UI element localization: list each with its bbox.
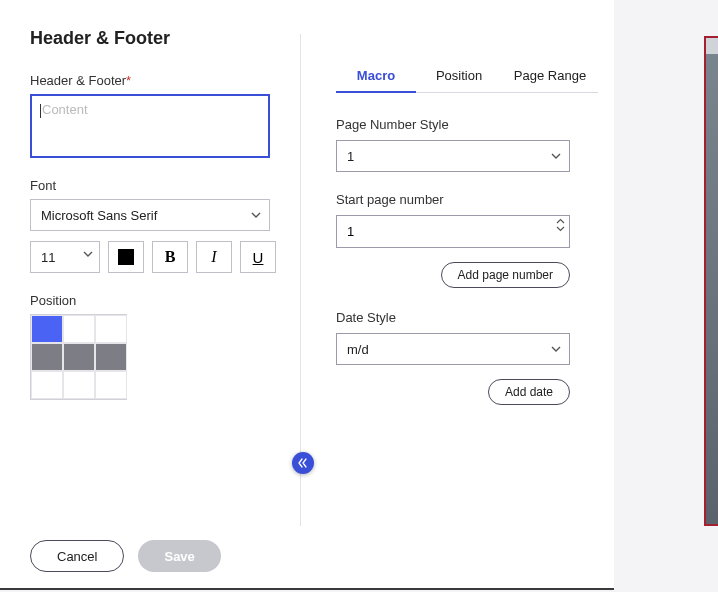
position-grid: [30, 314, 127, 400]
bold-button[interactable]: B: [152, 241, 188, 273]
add-date-button[interactable]: Add date: [488, 379, 570, 405]
save-button[interactable]: Save: [138, 540, 220, 572]
position-middle-right[interactable]: [95, 343, 127, 371]
add-page-number-button[interactable]: Add page number: [441, 262, 570, 288]
position-middle-center[interactable]: [63, 343, 95, 371]
content-label-text: Header & Footer: [30, 73, 126, 88]
font-color-button[interactable]: [108, 241, 144, 273]
page-number-style-value: 1: [347, 149, 354, 164]
chevron-left-icon: [297, 458, 309, 468]
chevron-down-icon: [551, 153, 561, 159]
collapse-handle[interactable]: [292, 452, 314, 474]
bottom-border: [0, 588, 614, 590]
tab-page-range[interactable]: Page Range: [502, 60, 598, 92]
font-size-select[interactable]: 11: [30, 241, 100, 273]
position-bottom-center[interactable]: [63, 371, 95, 399]
position-top-left[interactable]: [31, 315, 63, 343]
font-size-value: 11: [41, 250, 55, 265]
dialog-panel: Header & Footer Header & Footer* Content…: [0, 0, 614, 590]
page-number-style-label: Page Number Style: [336, 117, 598, 132]
dialog-title: Header & Footer: [30, 28, 302, 49]
font-label: Font: [30, 178, 302, 193]
tab-position[interactable]: Position: [416, 60, 502, 92]
spin-down-icon[interactable]: [556, 226, 565, 232]
chevron-down-icon: [551, 346, 561, 352]
footer-buttons: Cancel Save: [30, 540, 221, 572]
color-swatch: [118, 249, 134, 265]
date-style-select[interactable]: m/d: [336, 333, 570, 365]
tab-macro[interactable]: Macro: [336, 60, 416, 93]
cancel-button[interactable]: Cancel: [30, 540, 124, 572]
document-preview-edge: [704, 36, 718, 526]
position-middle-left[interactable]: [31, 343, 63, 371]
date-style-value: m/d: [347, 342, 369, 357]
font-value: Microsoft Sans Serif: [41, 208, 157, 223]
date-style-label: Date Style: [336, 310, 598, 325]
page-number-style-select[interactable]: 1: [336, 140, 570, 172]
content-label: Header & Footer*: [30, 73, 302, 88]
chevron-down-icon: [251, 212, 261, 218]
start-page-value: 1: [347, 224, 354, 239]
content-textarea[interactable]: Content: [30, 94, 270, 158]
chevron-down-icon: [83, 251, 93, 257]
content-placeholder: Content: [42, 102, 88, 117]
left-column: Header & Footer Header & Footer* Content…: [30, 28, 302, 400]
right-column: Macro Position Page Range Page Number St…: [336, 60, 598, 427]
position-bottom-right[interactable]: [95, 371, 127, 399]
italic-button[interactable]: I: [196, 241, 232, 273]
start-page-input[interactable]: 1: [336, 215, 570, 248]
position-top-center[interactable]: [63, 315, 95, 343]
underline-button[interactable]: U: [240, 241, 276, 273]
position-top-right[interactable]: [95, 315, 127, 343]
position-bottom-left[interactable]: [31, 371, 63, 399]
required-asterisk: *: [126, 73, 131, 88]
tab-bar: Macro Position Page Range: [336, 60, 598, 93]
position-label: Position: [30, 293, 302, 308]
spin-up-icon[interactable]: [556, 218, 565, 224]
font-select[interactable]: Microsoft Sans Serif: [30, 199, 270, 231]
start-page-label: Start page number: [336, 192, 598, 207]
